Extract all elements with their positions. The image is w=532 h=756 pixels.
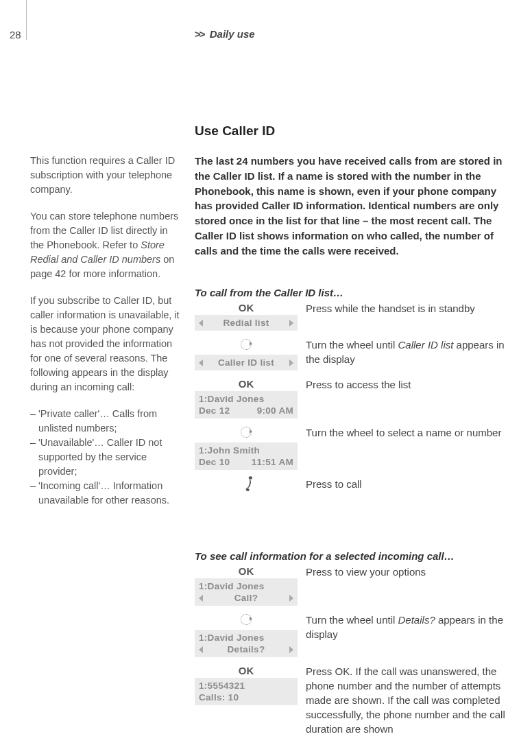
sidebar-notes: This function requires a Caller ID subsc… [30,154,182,508]
bullet-item: –'Unavailable'… Caller ID not supported … [30,436,182,479]
page-title: Use Caller ID [195,122,275,141]
call-icon [240,476,252,491]
sidebar-p3: If you subscribe to Caller ID, but calle… [30,294,182,394]
bullet-item: –'Private caller'… Calls from unlisted n… [30,407,182,436]
step-description: Press to view your options [298,565,511,579]
wheel-icon [241,339,252,350]
step-description: Press to access the list [298,377,511,392]
phone-screen: 1:John Smith Dec 1011:51 AM [195,442,298,470]
phone-screen: Caller ID list [195,355,298,370]
step-description: Turn the wheel to select a name or numbe… [298,425,511,440]
procedure-block-1: To call from the Caller ID list… OK Redi… [195,276,511,499]
step-description: Press while the handset is in standby [298,301,511,316]
wheel-icon [241,614,252,625]
procedure-heading: To call from the Caller ID list… [195,285,511,300]
step: Caller ID list Turn the wheel until Call… [195,338,511,370]
sidebar-p1: This function requires a Caller ID subsc… [30,154,182,197]
intro-paragraph: The last 24 numbers you have received ca… [195,154,511,258]
triangle-right-icon [289,320,293,327]
step: OK 1:David Jones Dec 129:00 AM Press to … [195,377,511,418]
page-number: 28 [10,27,21,42]
phone-screen: 1:5554321 Calls: 10 [195,678,298,705]
step: Press to call [195,477,511,492]
ok-label: OK [195,664,298,678]
step: OK 1:David Jones Call? Press to view you… [195,565,511,606]
step-description: Press to call [298,477,511,491]
triangle-right-icon [289,359,293,366]
margin-rule [26,0,27,40]
ok-label: OK [195,565,298,578]
procedure-heading: To see call information for a selected i… [195,549,511,563]
wheel-icon [241,427,252,438]
triangle-right-icon [289,595,293,602]
sidebar-p2: You can store telephone numbers from the… [30,209,182,281]
procedure-block-2: To see call information for a selected i… [195,539,511,743]
step: OK Redial list Press while the handset i… [195,301,511,331]
running-header: >> Daily use [195,27,255,41]
running-header-text: Daily use [210,28,255,40]
phone-screen: 1:David Jones Dec 129:00 AM [195,391,298,418]
phone-screen: 1:David Jones Call? [195,578,298,606]
step: 1:David Jones Details? Turn the wheel un… [195,613,511,657]
sidebar-bullets: –'Private caller'… Calls from unlisted n… [30,407,182,508]
step-description: Turn the wheel until Details? appears in… [298,613,511,641]
ok-label: OK [195,377,298,391]
phone-screen: 1:David Jones Details? [195,630,298,657]
step-description: Press OK. If the call was unanswered, th… [298,664,511,736]
step: OK 1:5554321 Calls: 10 Press OK. If the … [195,664,511,736]
chevron-icon: >> [195,28,204,40]
triangle-right-icon [289,646,293,653]
step: 1:John Smith Dec 1011:51 AM Turn the whe… [195,425,511,470]
bullet-item: –'Incoming call'… Information unavailabl… [30,479,182,508]
phone-screen: Redial list [195,315,298,331]
step-description: Turn the wheel until Caller ID list appe… [298,338,511,366]
ok-label: OK [195,301,298,315]
